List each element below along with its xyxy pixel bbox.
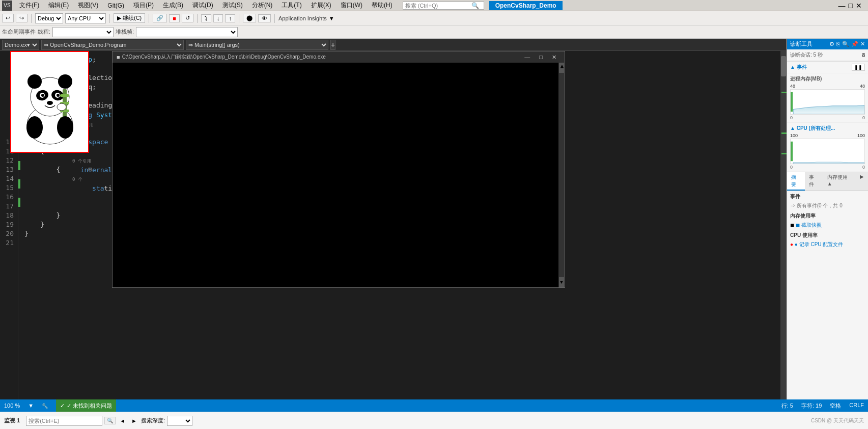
process-window[interactable]: ■ C:\OpenCvSharp从入门到实践\OpenCvSharp_Demo\… <box>112 51 565 288</box>
memory-top-left: 48 <box>790 84 795 89</box>
line-info: 行: 5 <box>781 402 793 410</box>
green-bar-17 <box>18 198 20 207</box>
search-icon: 🔍 <box>471 2 479 9</box>
sep2 <box>109 14 110 23</box>
events-title-row: ▲ 事件 ❚❚ <box>790 64 865 71</box>
maximize-btn[interactable]: □ <box>849 2 853 10</box>
undo-button[interactable]: ↩ <box>2 14 14 22</box>
screenshot-label[interactable]: ◼ 截取快照 <box>796 222 822 228</box>
memory-bottom-right: 0 <box>862 115 865 120</box>
menu-edit[interactable]: 编辑(E) <box>44 0 73 11</box>
stack-select[interactable] <box>136 27 238 37</box>
add-tab-btn[interactable]: + <box>330 40 335 50</box>
svg-point-16 <box>57 103 66 111</box>
svg-point-9 <box>57 94 60 97</box>
menu-project[interactable]: 项目(P) <box>129 0 158 11</box>
menu-build[interactable]: 生成(B) <box>159 0 187 11</box>
memory-chart <box>790 89 865 115</box>
diag-tab-more[interactable]: ▶ <box>856 172 868 191</box>
scrollbar-thumb[interactable] <box>781 56 786 76</box>
cpu-record-label[interactable]: ● 记录 CPU 配置文件 <box>795 242 844 247</box>
space-info: 空格 <box>830 402 841 410</box>
menu-window[interactable]: 窗口(W) <box>337 0 367 11</box>
editor-scrollbar[interactable] <box>780 51 787 399</box>
process-scroll-down[interactable]: ▼ <box>559 277 564 287</box>
checkmark-icon: ✓ <box>60 403 65 409</box>
process-icon: ■ <box>117 54 120 60</box>
diag-summary-content: 事件 ⇒ 所有事件(0 个，共 0 内存使用率 ◼ ◼ 截取快照 CPU 使用率… <box>787 191 868 399</box>
screenshot-btn[interactable]: ◼ ◼ 截取快照 <box>790 222 865 229</box>
nav-left-btn[interactable]: ◄ <box>118 418 127 424</box>
debug-mode-select[interactable]: Debug <box>35 13 63 23</box>
watch-btn[interactable]: 👁 <box>258 14 271 22</box>
status-right: 行: 5 字符: 19 空格 CRLF <box>781 402 864 410</box>
search-bottom-input[interactable] <box>26 416 102 426</box>
menu-analyze[interactable]: 分析(N) <box>248 0 277 11</box>
cpu-record-btn[interactable]: ● ● 记录 CPU 配置文件 <box>790 241 865 248</box>
all-events-label: ⇒ 所有事件(0 个，共 0 <box>790 202 865 209</box>
process-minimize[interactable]: — <box>520 53 534 61</box>
diag-tab-memory[interactable]: 内存使用▲ <box>823 172 856 191</box>
continue-button[interactable]: ▶ 继续(C) <box>114 13 145 23</box>
method-select[interactable]: ⇒ Main(string[] args) <box>186 40 328 50</box>
nav-right-btn[interactable]: ► <box>129 418 139 424</box>
attach-button[interactable]: 🔗 <box>153 14 167 22</box>
menu-test[interactable]: 测试(S) <box>218 0 247 11</box>
search-input[interactable] <box>405 3 471 9</box>
restart-button[interactable]: ↺ <box>182 14 193 22</box>
svg-point-17 <box>26 116 43 139</box>
status-bar: 100 % ▼ 🔧 ✓ ✓ 未找到相关问题 行: 5 字符: 19 空格 CRL… <box>0 399 868 412</box>
process-scroll-up[interactable]: ▲ <box>559 63 564 73</box>
watch-label: 监视 1 <box>4 417 20 424</box>
step-over[interactable]: ⤵ <box>201 14 211 22</box>
file-select[interactable]: Demo.ex▾ <box>2 40 39 50</box>
zoom-level: 100 % <box>4 403 20 409</box>
menu-extend[interactable]: 扩展(X) <box>307 0 335 11</box>
status-ok-indicator: ✓ ✓ 未找到相关问题 <box>56 399 116 412</box>
thread-select[interactable] <box>52 27 114 37</box>
diag-copy-icon[interactable]: ⎘ <box>836 41 840 47</box>
menu-help[interactable]: 帮助(H) <box>368 0 397 11</box>
diag-tab-events[interactable]: 事件 <box>805 172 823 191</box>
step-out[interactable]: ↑ <box>225 14 235 22</box>
redo-button[interactable]: ↪ <box>16 14 27 22</box>
continue-label: 继续(C) <box>123 14 142 22</box>
scroll-indicator-2 <box>781 132 787 134</box>
search-box[interactable]: 🔍 <box>403 2 484 10</box>
class-select[interactable]: ⇒ OpenCvSharp_Demo.Program <box>41 40 184 50</box>
diag-tab-summary[interactable]: 摘要 <box>787 172 805 191</box>
active-tab: OpenCvSharp_Demo <box>489 1 563 10</box>
menu-git[interactable]: Git(G) <box>103 1 128 10</box>
diag-settings-icon[interactable]: ⚙ <box>829 41 834 47</box>
step-into[interactable]: ↓ <box>213 14 223 22</box>
cpu-section: ▲ CPU (所有处理... 100 100 <box>787 122 868 172</box>
events-section: ▲ 事件 ❚❚ <box>787 61 868 73</box>
menu-view[interactable]: 视图(V) <box>74 0 102 11</box>
cpu-mode-select[interactable]: Any CPU <box>65 13 106 23</box>
cpu-title: ▲ CPU (所有处理... <box>790 125 835 132</box>
menu-file[interactable]: 文件(F) <box>15 0 43 11</box>
zoom-arrow[interactable]: ▼ <box>28 403 34 409</box>
process-maximize[interactable]: □ <box>535 53 547 61</box>
diag-close-icon[interactable]: ✕ <box>860 41 865 47</box>
thread-label: 线程: <box>38 28 50 36</box>
diag-pin-icon[interactable]: 📌 <box>851 41 858 47</box>
process-close[interactable]: ✕ <box>548 53 561 61</box>
minimize-btn[interactable]: — <box>838 2 846 10</box>
breakpoints-btn[interactable]: ⬤ <box>243 14 256 22</box>
diag-panel: 诊断工具 ⚙ ⎘ 🔍 📌 ✕ 诊断会话: 5 秒 8 ▲ 事件 ❚❚ <box>787 39 868 399</box>
cpu-top-left: 100 <box>790 133 798 138</box>
search-bottom-btn[interactable]: 🔍 <box>104 417 116 424</box>
memory-bottom-title: 内存使用率 <box>790 212 865 220</box>
sep1 <box>31 14 32 23</box>
process-scrollbar[interactable]: ▲ ▼ <box>558 63 565 287</box>
diag-zoom-icon[interactable]: 🔍 <box>842 41 849 47</box>
depth-select[interactable] <box>167 416 192 426</box>
menu-tools[interactable]: 工具(T) <box>277 0 305 11</box>
menu-debug[interactable]: 调试(D) <box>188 0 217 11</box>
pause-event-btn[interactable]: ❚❚ <box>852 64 865 71</box>
panda-svg <box>17 59 83 145</box>
stop-button[interactable]: ■ <box>169 14 180 22</box>
application-insights-chevron[interactable]: ▼ <box>329 15 334 21</box>
close-btn[interactable]: ✕ <box>856 2 862 10</box>
